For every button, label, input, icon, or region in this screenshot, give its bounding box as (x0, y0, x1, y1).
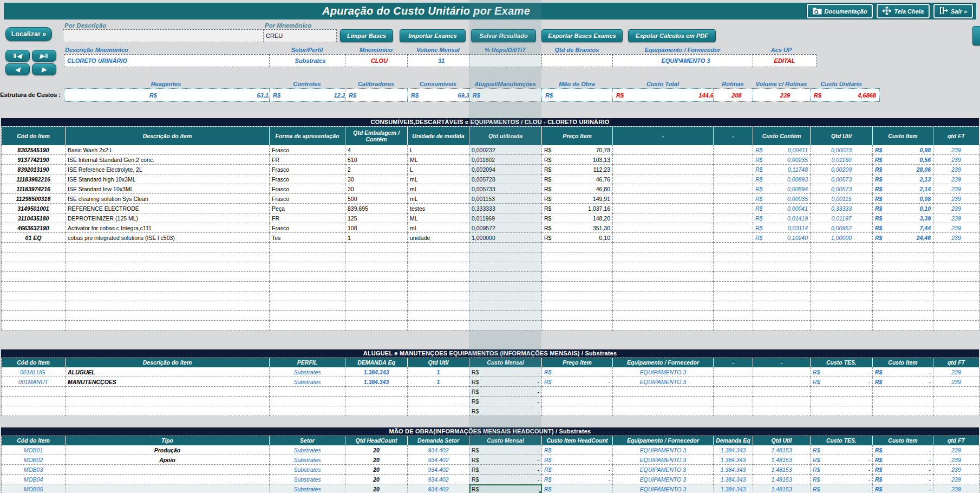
field-value-volume-mensal[interactable]: 31 (407, 54, 475, 67)
table-cell[interactable] (469, 272, 542, 282)
table-cell[interactable] (66, 282, 270, 291)
table-cell[interactable] (2, 262, 66, 272)
table-cell[interactable]: Substrates (270, 367, 345, 377)
table-cell[interactable] (469, 252, 542, 262)
table-cell[interactable] (753, 377, 811, 387)
table-cell[interactable]: 125 (345, 213, 408, 223)
table-cell[interactable] (873, 252, 933, 262)
table-cell[interactable]: mL (408, 184, 469, 194)
table-cell[interactable] (714, 233, 753, 243)
table-cell[interactable] (613, 301, 714, 311)
table-cell[interactable] (811, 262, 873, 272)
table-cell[interactable]: Substrates (270, 455, 345, 465)
table-cell[interactable]: Substrates (270, 475, 345, 484)
table-cell[interactable]: Frasco (270, 174, 345, 184)
table-cell[interactable]: 0,00209 (811, 165, 873, 174)
cost-value-reagentes[interactable]: R$63,12 (64, 88, 276, 102)
table-cell[interactable]: Produção (66, 445, 270, 455)
nav-prev-button[interactable]: ◀ (5, 63, 30, 75)
table-cell[interactable]: R$0,10 (542, 233, 613, 243)
table-cell[interactable] (811, 272, 873, 282)
table-cell[interactable] (2, 406, 66, 416)
table-cell[interactable]: 934.402 (408, 455, 469, 465)
por-mnemonico-input[interactable] (263, 29, 337, 42)
table-cell[interactable]: R$- (542, 367, 613, 377)
table-cell[interactable] (345, 397, 408, 406)
table-cell[interactable]: 0,005733 (469, 184, 542, 194)
table-cell[interactable] (408, 301, 469, 311)
table-cell[interactable]: R$- (542, 445, 613, 455)
table-cell[interactable]: 20 (345, 484, 408, 493)
table-cell[interactable]: Tes (270, 233, 345, 243)
table-cell[interactable] (613, 204, 714, 213)
table-cell[interactable] (714, 204, 753, 213)
table-cell[interactable]: Substrates (270, 445, 345, 455)
table-cell[interactable]: unidade (408, 233, 469, 243)
table-cell[interactable] (753, 301, 811, 311)
table-cell[interactable] (270, 321, 345, 330)
table-cell[interactable]: ALUGUEL (66, 367, 270, 377)
table-cell[interactable]: 239 (933, 213, 979, 223)
table-cell[interactable] (613, 252, 714, 262)
cost-value-calibradores[interactable]: R$- (345, 88, 415, 102)
table-cell[interactable] (753, 321, 811, 330)
table-cell[interactable] (2, 282, 66, 291)
table-cell[interactable]: R$148,20 (542, 213, 613, 223)
table-cell[interactable]: EQUIPAMENTO 3 (613, 455, 714, 465)
table-cell[interactable]: R$- (811, 445, 873, 455)
table-cell[interactable]: 239 (933, 204, 979, 213)
table-cell[interactable]: L (408, 165, 469, 174)
table-cell[interactable] (613, 387, 714, 397)
table-cell[interactable]: R$- (469, 445, 542, 455)
table-cell[interactable]: R$- (811, 465, 873, 475)
table-cell[interactable]: R$- (542, 377, 613, 387)
table-cell[interactable]: FR (270, 155, 345, 165)
table-cell[interactable] (345, 291, 408, 301)
table-cell[interactable] (613, 184, 714, 194)
table-cell[interactable] (270, 301, 345, 311)
table-cell[interactable]: R$46,80 (542, 184, 613, 194)
table-cell[interactable]: cobas pro integrated solutions (ISE l c5… (66, 233, 270, 243)
table-cell[interactable]: 3110435180 (2, 213, 66, 223)
table-cell[interactable] (873, 387, 933, 397)
table-cell[interactable] (408, 272, 469, 282)
table-cell[interactable]: 500 (345, 194, 408, 204)
table-cell[interactable]: R$- (469, 367, 542, 377)
table-cell[interactable]: R$0,98 (873, 145, 933, 155)
table-cell[interactable] (613, 282, 714, 291)
table-cell[interactable] (613, 155, 714, 165)
table-cell[interactable]: 0,00573 (811, 184, 873, 194)
table-cell[interactable]: 239 (933, 233, 979, 243)
table-cell[interactable]: 0,000232 (469, 145, 542, 155)
table-cell[interactable]: 1,48153 (753, 445, 811, 455)
table-cell[interactable]: 20 (345, 445, 408, 455)
table-cell[interactable] (933, 387, 979, 397)
table-cell[interactable]: R$70,78 (542, 145, 613, 155)
table-cell[interactable] (811, 243, 873, 252)
table-cell[interactable] (873, 262, 933, 272)
table-cell[interactable]: ML (408, 155, 469, 165)
table-cell[interactable]: R$103,13 (542, 155, 613, 165)
table-cell[interactable]: Apoio (66, 455, 270, 465)
table-cell[interactable] (66, 252, 270, 262)
table-cell[interactable] (408, 282, 469, 291)
table-cell[interactable]: 11298500316 (2, 194, 66, 204)
table-cell[interactable] (873, 243, 933, 252)
table-cell[interactable]: 0,011602 (469, 155, 542, 165)
table-cell[interactable]: R$- (811, 377, 873, 387)
limpar-bases-button[interactable]: Limpar Bases (340, 29, 393, 42)
cost-value-consumiveis[interactable]: R$69,34 (407, 88, 476, 102)
table-cell[interactable] (542, 252, 613, 262)
table-cell[interactable] (2, 243, 66, 252)
table-cell[interactable]: 4663632190 (2, 223, 66, 233)
table-cell[interactable]: 934.402 (408, 475, 469, 484)
table-cell[interactable]: 239 (933, 165, 979, 174)
table-cell[interactable]: R$2,13 (873, 174, 933, 184)
table-cell[interactable] (469, 291, 542, 301)
table-cell[interactable] (753, 282, 811, 291)
table-cell[interactable]: mL (408, 174, 469, 184)
table-cell[interactable] (613, 174, 714, 184)
tela-cheia-button[interactable]: Tela Cheia (877, 4, 930, 18)
table-cell[interactable] (542, 387, 613, 397)
table-cell[interactable]: R$- (873, 475, 933, 484)
